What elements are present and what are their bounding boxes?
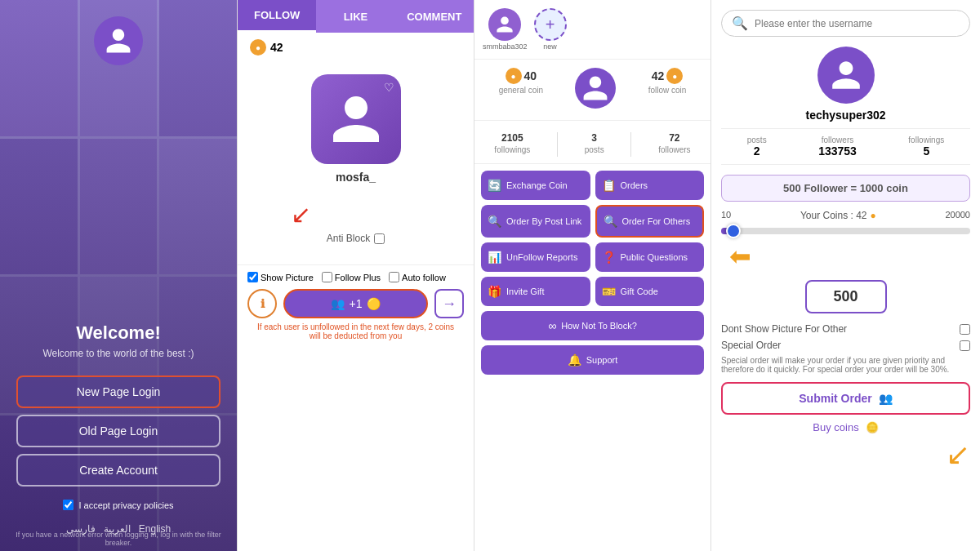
dont-show-checkbox[interactable] bbox=[960, 324, 970, 335]
follow-plus-label: Follow Plus bbox=[335, 273, 381, 282]
orders-button[interactable]: 📋 Orders bbox=[595, 171, 705, 200]
gift-code-label: Gift Code bbox=[621, 287, 658, 296]
order-for-others-button[interactable]: 🔍 Order For Others ⬅ bbox=[595, 205, 705, 238]
orders-icon: 📋 bbox=[602, 179, 616, 192]
user-chip-smmbaba[interactable]: smmbaba302 bbox=[483, 8, 528, 51]
heart-badge: ♡ bbox=[384, 81, 394, 94]
old-page-login-button[interactable]: Old Page Login bbox=[16, 415, 220, 447]
privacy-checkbox[interactable] bbox=[63, 500, 74, 510]
slider-thumb[interactable] bbox=[726, 224, 741, 238]
login-panel: Welcome! Welcome to the world of the bes… bbox=[0, 0, 237, 551]
coins-icon: ● bbox=[871, 210, 876, 221]
show-picture-check: Show Picture bbox=[247, 272, 314, 282]
tab-bar: FOLLOW LIKE COMMENT bbox=[238, 0, 474, 33]
login-avatar bbox=[94, 16, 143, 65]
coin-display: ● 42 bbox=[238, 33, 474, 62]
follow-action-button[interactable]: 👥 +1 🟡 bbox=[283, 289, 428, 318]
user-avatar-add: + bbox=[534, 8, 567, 41]
checkboxes-row: Show Picture Follow Plus Auto follow bbox=[247, 272, 464, 282]
dont-show-picture-option: Dont Show Picture For Other bbox=[721, 323, 970, 335]
yellow-arrow-left-icon: ⬅ bbox=[729, 241, 970, 272]
menu-grid: 🔄 Exchange Coin 📋 Orders 🔍 Order By Post… bbox=[474, 164, 710, 381]
order-by-post-button[interactable]: 🔍 Order By Post Link bbox=[481, 205, 590, 238]
dont-show-label: Dont Show Picture For Other bbox=[721, 323, 847, 335]
buy-coins-row[interactable]: Buy coins 🪙 bbox=[721, 421, 970, 433]
how-not-block-button[interactable]: ∞ How Not To Block? bbox=[481, 311, 704, 340]
general-coin-val: 40 bbox=[524, 69, 537, 82]
auto-follow-label: Auto follow bbox=[402, 273, 446, 282]
followers-label: followers bbox=[658, 145, 690, 154]
menu-follow-stats: 2105 followings 3 posts 72 followers bbox=[474, 126, 710, 164]
user-chip-new[interactable]: + new bbox=[534, 8, 567, 51]
order-posts-val: 2 bbox=[754, 144, 760, 158]
gift-code-button[interactable]: 🎫 Gift Code bbox=[595, 277, 705, 306]
follow-btn-label: +1 bbox=[350, 297, 363, 310]
info-button[interactable]: ℹ bbox=[247, 289, 277, 318]
gift-code-icon: 🎫 bbox=[602, 285, 616, 298]
rate-box: 500 Follower = 1000 coin bbox=[721, 175, 970, 202]
order-followings-val: 5 bbox=[923, 144, 929, 158]
tab-follow[interactable]: FOLLOW bbox=[238, 0, 316, 33]
antiblock-label: Anti Block bbox=[327, 233, 370, 244]
welcome-sub: Welcome to the world of the best :) bbox=[42, 348, 194, 359]
follow-profile-card: ♡ mosfa_ ↙ Anti Block bbox=[238, 62, 474, 264]
follow-coin-val: 42 bbox=[652, 69, 665, 82]
buy-coins-icon: 🪙 bbox=[866, 421, 879, 433]
order-post-icon: 🔍 bbox=[488, 215, 501, 228]
submit-label: Submit Order bbox=[799, 392, 871, 405]
user-switcher: smmbaba302 + new bbox=[474, 0, 710, 60]
antiblock-checkbox[interactable] bbox=[374, 233, 385, 244]
exchange-icon: 🔄 bbox=[488, 179, 501, 192]
slider-min-label: 10 bbox=[721, 210, 731, 221]
privacy-label: I accept privacy policies bbox=[78, 500, 173, 510]
search-icon: 🔍 bbox=[732, 16, 748, 31]
create-account-button[interactable]: Create Account bbox=[16, 454, 220, 487]
follow-plus-checkbox[interactable] bbox=[322, 272, 332, 282]
amount-box[interactable]: 500 bbox=[805, 280, 887, 313]
no-block-icon: ∞ bbox=[548, 319, 556, 332]
user-label-new: new bbox=[543, 42, 557, 51]
submit-order-button[interactable]: Submit Order 👥 bbox=[721, 382, 970, 415]
follow-coin-stat: 42 ● follow coin bbox=[648, 68, 687, 112]
menu-profile-avatar bbox=[575, 68, 616, 109]
public-questions-button[interactable]: ❓ Public Questions bbox=[595, 242, 705, 272]
slider-max-label: 20000 bbox=[945, 210, 970, 221]
bottom-controls: Show Picture Follow Plus Auto follow ℹ 👥… bbox=[238, 264, 474, 351]
special-order-checkbox[interactable] bbox=[960, 340, 970, 351]
order-posts-stat: posts 2 bbox=[747, 136, 767, 158]
posts-val: 3 bbox=[591, 132, 597, 144]
next-arrow-button[interactable]: → bbox=[434, 289, 464, 318]
new-page-login-button[interactable]: New Page Login bbox=[16, 375, 220, 408]
invite-icon: 🎁 bbox=[488, 285, 501, 298]
tab-comment[interactable]: COMMENT bbox=[395, 0, 474, 33]
show-picture-checkbox[interactable] bbox=[247, 272, 258, 282]
auto-follow-checkbox[interactable] bbox=[389, 272, 399, 282]
follow-coin-label: follow coin bbox=[648, 86, 687, 95]
special-order-option: Special Order bbox=[721, 340, 970, 351]
followers-stat: 72 followers bbox=[658, 132, 690, 157]
order-others-icon: 🔍 bbox=[604, 215, 617, 228]
follow-note: If each user is unfollowed in the next f… bbox=[247, 318, 464, 344]
privacy-check-row: I accept privacy policies bbox=[63, 500, 173, 510]
auto-follow-check: Auto follow bbox=[389, 272, 446, 282]
invite-gift-button[interactable]: 🎁 Invite Gift bbox=[481, 277, 590, 306]
submit-icon: 👥 bbox=[879, 392, 893, 405]
menu-panel: smmbaba302 + new ● 40 general coin 42 ● … bbox=[474, 0, 710, 551]
exchange-coin-button[interactable]: 🔄 Exchange Coin bbox=[481, 171, 590, 200]
action-row: ℹ 👥 +1 🟡 → bbox=[247, 289, 464, 318]
order-post-label: Order By Post Link bbox=[506, 216, 581, 226]
order-others-label: Order For Others bbox=[622, 216, 691, 226]
followings-stat: 2105 followings bbox=[494, 132, 530, 157]
general-coin-icon: ● bbox=[506, 68, 522, 84]
public-q-label: Public Questions bbox=[621, 252, 688, 262]
followings-label: followings bbox=[494, 145, 530, 154]
support-button[interactable]: 🔔 Support bbox=[481, 345, 704, 375]
antiblock-row: Anti Block bbox=[327, 233, 385, 244]
search-input[interactable] bbox=[755, 18, 960, 29]
follow-avatar-box: ♡ bbox=[311, 74, 401, 164]
bottom-arrow-icon: ↙ bbox=[721, 438, 970, 472]
special-order-note: Special order will make your order if yo… bbox=[721, 356, 970, 374]
coins-label: Your Coins : 42 ● bbox=[800, 210, 876, 221]
tab-like[interactable]: LIKE bbox=[316, 0, 394, 33]
unfollow-reports-button[interactable]: 📊 UnFollow Reports bbox=[481, 242, 590, 272]
